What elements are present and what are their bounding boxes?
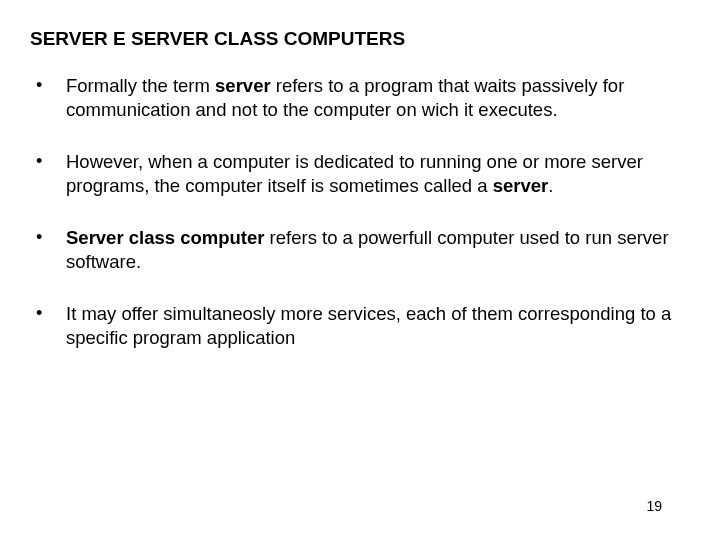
text-run: However, when a computer is dedicated to… bbox=[66, 151, 643, 196]
list-item: Formally the term server refers to a pro… bbox=[30, 74, 690, 122]
page-number: 19 bbox=[646, 498, 662, 514]
list-item: It may offer simultaneosly more services… bbox=[30, 302, 690, 350]
text-run-bold: server bbox=[493, 175, 549, 196]
text-run: . bbox=[548, 175, 553, 196]
text-run-bold: server bbox=[215, 75, 271, 96]
list-item: Server class computer refers to a powerf… bbox=[30, 226, 690, 274]
text-run: It may offer simultaneosly more services… bbox=[66, 303, 671, 348]
slide-title: SERVER E SERVER CLASS COMPUTERS bbox=[30, 28, 690, 50]
slide: SERVER E SERVER CLASS COMPUTERS Formally… bbox=[0, 0, 720, 540]
bullet-list: Formally the term server refers to a pro… bbox=[30, 74, 690, 350]
text-run: Formally the term bbox=[66, 75, 215, 96]
list-item: However, when a computer is dedicated to… bbox=[30, 150, 690, 198]
text-run-bold: Server class computer bbox=[66, 227, 264, 248]
